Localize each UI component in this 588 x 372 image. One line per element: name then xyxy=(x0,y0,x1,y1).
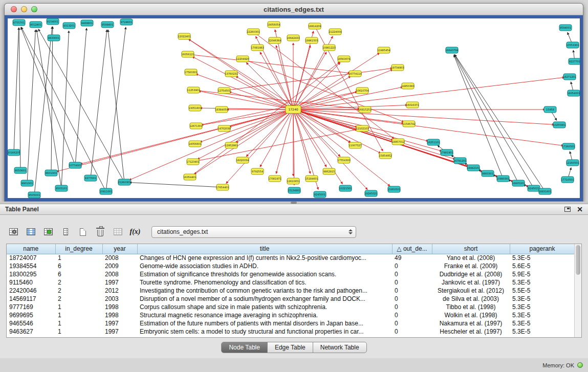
network-node[interactable]: 18957012 xyxy=(391,139,404,145)
table-scrollbar[interactable] xyxy=(574,244,581,337)
network-node[interactable]: 18442101 xyxy=(467,165,480,171)
network-node[interactable]: 11546742 xyxy=(402,121,415,127)
network-node[interactable]: 8601301 xyxy=(45,170,57,176)
network-node[interactable]: 9833001 xyxy=(48,35,60,41)
network-node[interactable]: 9505001 xyxy=(28,192,40,198)
scrollbar-thumb[interactable] xyxy=(576,245,580,275)
column-header-out_de[interactable]: △ out_de... xyxy=(392,244,432,254)
new-table-button[interactable] xyxy=(76,225,90,238)
network-node[interactable]: 9468801 xyxy=(81,20,93,26)
network-node[interactable]: 16016371 xyxy=(406,102,419,108)
network-node[interactable]: 19734903 xyxy=(391,64,404,71)
network-node[interactable]: 15950501 xyxy=(387,186,400,192)
table-row[interactable]: 1872400712008Changes of HCN gene express… xyxy=(7,254,575,262)
network-node[interactable]: 9050601 xyxy=(14,167,27,173)
table-source-dropdown[interactable]: citations_edges.txt xyxy=(151,226,356,238)
network-node[interactable]: 9245001 xyxy=(314,191,326,198)
network-node[interactable]: 10911001 xyxy=(99,188,112,194)
network-node[interactable]: 9901301 xyxy=(21,180,33,186)
network-node[interactable]: 18563074 xyxy=(337,56,350,62)
network-node[interactable]: 18814209 xyxy=(308,23,321,29)
window-titlebar[interactable]: citations_edges.txt xyxy=(5,4,583,15)
network-node[interactable]: 12102103 xyxy=(356,125,368,132)
network-node[interactable]: 10255901 xyxy=(553,122,565,128)
network-node[interactable]: 22046364 xyxy=(268,37,281,43)
network-node[interactable]: 9599401 xyxy=(101,21,114,28)
create-column-button[interactable] xyxy=(41,225,55,238)
network-node[interactable]: 14702039 xyxy=(217,125,230,132)
table-mode-button[interactable] xyxy=(6,225,20,238)
network-node[interactable]: 21260301 xyxy=(118,179,130,185)
network-node[interactable]: 9012401 xyxy=(30,21,42,28)
network-node[interactable]: 17260501 xyxy=(562,143,575,149)
table-row[interactable]: 2242004622012Investigating the contribut… xyxy=(7,287,575,295)
network-node[interactable]: 9377001 xyxy=(84,175,97,181)
network-node[interactable]: 16354401 xyxy=(183,174,196,180)
citation-network-graph[interactable]: 1724016815251121021031100752717554300986… xyxy=(8,18,580,198)
network-node[interactable]: 17991901 xyxy=(440,149,453,156)
tab-edge-table[interactable]: Edge Table xyxy=(268,342,313,353)
column-header-pagerank[interactable]: pagerank xyxy=(510,244,575,254)
network-node[interactable]: 10990301 xyxy=(496,176,509,182)
network-node[interactable]: 22260301 xyxy=(247,29,259,35)
network-node[interactable]: 16815251 xyxy=(358,106,371,113)
network-hub-node[interactable]: 17240 xyxy=(286,106,301,114)
network-node[interactable]: 16791201 xyxy=(453,158,466,164)
table-row[interactable]: 1456911722003Disruption of a novel membe… xyxy=(7,295,575,303)
network-node[interactable]: 17710501 xyxy=(561,177,574,183)
network-node[interactable]: 16251101 xyxy=(427,139,440,145)
network-node[interactable]: 16056121 xyxy=(181,51,194,57)
network-node[interactable]: 19245021 xyxy=(364,190,377,196)
table-row[interactable]: 911546021997Tourette syndrome. Phenomeno… xyxy=(7,278,575,287)
table-row[interactable]: 946362711997Embryonic stem cells: a mode… xyxy=(7,327,575,336)
tab-node-table[interactable]: Node Table xyxy=(222,342,268,353)
network-node[interactable]: 9862915 xyxy=(323,168,335,174)
network-node[interactable]: 11007527 xyxy=(349,142,361,148)
network-node[interactable]: 21224004 xyxy=(329,29,341,35)
network-node[interactable]: 15184601 xyxy=(305,176,318,182)
network-node[interactable]: 16774114 xyxy=(349,71,361,77)
float-panel-icon[interactable] xyxy=(564,207,571,212)
zoom-window-button[interactable] xyxy=(31,6,37,12)
network-node[interactable]: 10774001 xyxy=(69,162,81,168)
network-node[interactable]: 16605201 xyxy=(512,180,525,186)
column-header-short[interactable]: short xyxy=(432,244,510,254)
network-node[interactable]: 11253901 xyxy=(187,87,200,93)
network-node[interactable]: 20166205 xyxy=(8,149,20,156)
network-node[interactable]: 12671301 xyxy=(189,123,202,129)
network-node[interactable]: 14056601 xyxy=(188,141,201,147)
network-node[interactable]: 9792554 xyxy=(251,168,264,174)
network-node[interactable]: 9227701 xyxy=(569,58,580,64)
network-node[interactable]: 9724601 xyxy=(120,19,133,25)
network-node[interactable]: 17654401 xyxy=(216,184,229,190)
network-node[interactable]: 14850383 xyxy=(401,83,414,89)
table-row[interactable]: 946554611997Estimation of the future num… xyxy=(7,319,575,327)
network-node[interactable]: 9860301 xyxy=(482,170,494,177)
network-node[interactable]: 19056054 xyxy=(267,21,280,28)
network-node[interactable]: 18271201 xyxy=(563,74,576,80)
import-table-button[interactable] xyxy=(111,225,125,238)
network-node[interactable]: 16643794 xyxy=(445,47,458,53)
network-node[interactable]: 12952861 xyxy=(225,142,237,148)
network-node[interactable]: 15134801 xyxy=(288,187,300,193)
network-node[interactable]: 17081983 xyxy=(251,45,264,51)
network-node[interactable]: 12160501 xyxy=(566,160,579,166)
network-node[interactable]: 9154001 xyxy=(47,18,59,25)
network-node[interactable]: 17554300 xyxy=(337,157,350,163)
network-node[interactable]: 13760231 xyxy=(225,71,237,77)
column-header-name[interactable]: name xyxy=(7,244,55,254)
network-node[interactable]: 16054001 xyxy=(567,90,580,96)
table-row[interactable]: 1938455462009Genome-wide association stu… xyxy=(7,262,575,270)
network-node[interactable]: 15854952 xyxy=(379,152,391,159)
column-header-in_degree[interactable]: in_degree xyxy=(55,244,102,254)
network-node[interactable]: 19961503 xyxy=(305,37,318,43)
network-node[interactable]: 12022401 xyxy=(178,33,190,39)
network-node[interactable]: 16642433 xyxy=(287,35,299,41)
table-row[interactable]: 1830029562008Estimation of significance … xyxy=(7,270,575,278)
table-row[interactable]: 977716911998Corpus callosum shape and si… xyxy=(7,303,575,311)
network-node[interactable]: 16020034 xyxy=(236,157,249,163)
network-node[interactable]: 18384059 xyxy=(215,106,228,113)
column-header-year[interactable]: year xyxy=(102,244,137,254)
delete-table-button[interactable] xyxy=(93,225,107,238)
network-node[interactable]: 15958 xyxy=(544,106,556,113)
